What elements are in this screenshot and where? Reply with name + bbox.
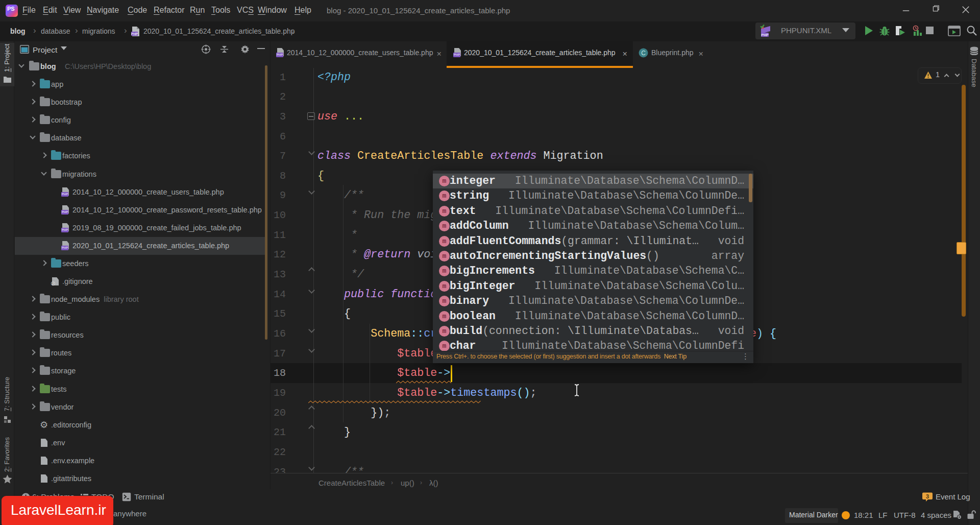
svg-text:PHP: PHP <box>761 33 769 37</box>
svg-text:PHP: PHP <box>131 32 138 36</box>
svg-text:C: C <box>641 50 646 57</box>
svg-text:3: 3 <box>926 493 929 499</box>
